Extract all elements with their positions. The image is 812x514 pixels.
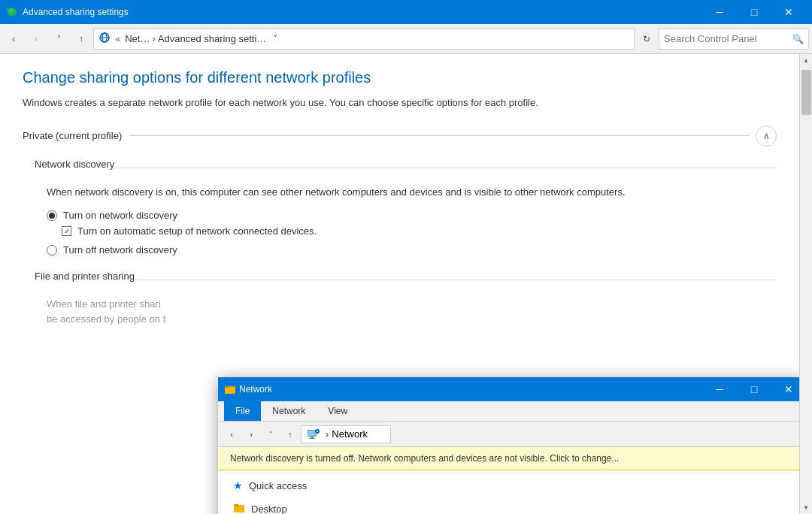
quick-access-label: Quick access bbox=[249, 480, 307, 491]
private-section-toggle[interactable]: ∧ bbox=[756, 125, 777, 147]
network-discovery-header: Network discovery bbox=[23, 159, 777, 177]
scroll-down-button[interactable]: ▼ bbox=[800, 501, 813, 514]
explorer-network-label: Network bbox=[332, 428, 368, 440]
explorer-window: Network ─ □ ✕ File Network Vie bbox=[218, 377, 799, 514]
restore-button[interactable]: □ bbox=[737, 0, 771, 24]
radio-off-label: Turn off network discovery bbox=[63, 244, 177, 255]
file-printer-divider bbox=[135, 280, 777, 280]
window-title: Advanced sharing settings bbox=[23, 7, 702, 17]
breadcrumb-network-icon bbox=[98, 32, 111, 46]
quick-access-icon: ★ bbox=[233, 479, 243, 491]
notification-text: Network discovery is turned off. Network… bbox=[230, 453, 619, 464]
private-section-title: Private (current profile) bbox=[23, 130, 129, 141]
ribbon-tabs: File Network View bbox=[218, 401, 799, 421]
explorer-title: Network bbox=[239, 384, 702, 395]
page-description: Windows creates a separate network profi… bbox=[23, 95, 777, 110]
file-printer-description: When file and printer shari be accessed … bbox=[47, 297, 777, 326]
explorer-breadcrumb[interactable]: › Network bbox=[301, 425, 391, 443]
explorer-forward-button[interactable]: › bbox=[242, 425, 260, 443]
radio-turn-on[interactable]: Turn on network discovery bbox=[47, 210, 777, 221]
minimize-button[interactable]: ─ bbox=[702, 0, 737, 24]
breadcrumb-dropdown-button[interactable]: ˅ bbox=[268, 29, 283, 49]
search-box[interactable]: 🔍 bbox=[659, 29, 809, 50]
private-section-header: Private (current profile) ∧ bbox=[23, 125, 777, 147]
file-printer-title: File and printer sharing bbox=[23, 271, 135, 282]
checkbox-auto-indicator bbox=[62, 226, 71, 236]
svg-rect-13 bbox=[234, 505, 244, 512]
radio-off-indicator bbox=[47, 245, 57, 255]
search-icon: 🔍 bbox=[792, 34, 804, 44]
file-printer-header: File and printer sharing bbox=[23, 271, 777, 289]
explorer-controls: ─ □ ✕ bbox=[702, 377, 799, 401]
explorer-recent-button[interactable]: ˅ bbox=[262, 425, 280, 443]
file-printer-section: File and printer sharing When file and p… bbox=[23, 271, 777, 326]
refresh-button[interactable]: ↻ bbox=[636, 29, 657, 50]
address-bar: ‹ › ˅ ↑ « Net… › Advanced sharing setti…… bbox=[0, 24, 812, 54]
checkbox-auto-setup[interactable]: Turn on automatic setup of network conne… bbox=[62, 225, 777, 237]
window-controls: ─ □ ✕ bbox=[702, 0, 806, 24]
explorer-notification-bar[interactable]: Network discovery is turned off. Network… bbox=[218, 447, 799, 470]
sub-section-divider bbox=[114, 168, 777, 168]
desktop-item[interactable]: Desktop bbox=[233, 502, 307, 514]
explorer-titlebar-icon bbox=[224, 383, 236, 396]
network-discovery-title: Network discovery bbox=[23, 159, 114, 170]
recent-locations-button[interactable]: ˅ bbox=[48, 29, 69, 50]
radio-on-indicator bbox=[47, 210, 57, 221]
scroll-up-button[interactable]: ▲ bbox=[800, 54, 813, 67]
scrollbar[interactable]: ▲ ▼ bbox=[799, 54, 812, 514]
main-content: Change sharing options for different net… bbox=[0, 54, 812, 514]
explorer-minimize-button[interactable]: ─ bbox=[702, 377, 737, 401]
svg-rect-10 bbox=[311, 437, 314, 438]
section-divider bbox=[129, 135, 750, 136]
breadcrumb-double-chevron: « bbox=[115, 33, 120, 44]
explorer-close-button[interactable]: ✕ bbox=[771, 377, 799, 401]
content-area: Change sharing options for different net… bbox=[0, 54, 799, 514]
page-title: Change sharing options for different net… bbox=[23, 69, 777, 86]
svg-rect-7 bbox=[225, 388, 235, 394]
explorer-titlebar: Network ─ □ ✕ bbox=[218, 377, 799, 401]
svg-rect-9 bbox=[308, 431, 316, 436]
breadcrumb-part2: Advanced sharing setti… bbox=[158, 33, 267, 44]
desktop-icon bbox=[233, 502, 245, 514]
breadcrumb-part1: Net… bbox=[125, 33, 150, 44]
forward-button[interactable]: › bbox=[26, 29, 47, 50]
radio-turn-off[interactable]: Turn off network discovery bbox=[47, 244, 777, 255]
quick-access-item[interactable]: ★ Quick access bbox=[233, 479, 307, 491]
back-button[interactable]: ‹ bbox=[3, 29, 24, 50]
explorer-up-button[interactable]: ↑ bbox=[281, 425, 299, 443]
scroll-thumb[interactable] bbox=[801, 70, 811, 115]
explorer-address-bar: ‹ › ˅ ↑ › bbox=[218, 422, 799, 447]
explorer-network-icon bbox=[308, 428, 320, 440]
search-input[interactable] bbox=[664, 33, 792, 44]
radio-on-label: Turn on network discovery bbox=[63, 210, 177, 221]
tab-network[interactable]: Network bbox=[261, 401, 317, 421]
desktop-label: Desktop bbox=[251, 503, 287, 514]
explorer-content: ★ Quick access Desktop bbox=[218, 470, 799, 514]
explorer-restore-button[interactable]: □ bbox=[737, 377, 771, 401]
explorer-ribbon: File Network View bbox=[218, 401, 799, 422]
explorer-address-label: › bbox=[326, 428, 329, 440]
breadcrumb-bar[interactable]: « Net… › Advanced sharing setti… ˅ bbox=[93, 29, 635, 50]
app-icon bbox=[6, 6, 18, 18]
tab-file[interactable]: File bbox=[224, 401, 261, 421]
breadcrumb-separator1: › bbox=[152, 33, 155, 44]
close-button[interactable]: ✕ bbox=[771, 0, 806, 24]
up-button[interactable]: ↑ bbox=[71, 29, 92, 50]
network-discovery-description: When network discovery is on, this compu… bbox=[47, 185, 777, 200]
checkbox-auto-label: Turn on automatic setup of network conne… bbox=[77, 225, 317, 237]
svg-point-2 bbox=[7, 8, 11, 12]
scroll-track[interactable] bbox=[800, 67, 812, 501]
explorer-back-button[interactable]: ‹ bbox=[223, 425, 241, 443]
title-bar: Advanced sharing settings ─ □ ✕ bbox=[0, 0, 812, 24]
svg-rect-11 bbox=[309, 438, 315, 439]
tab-view[interactable]: View bbox=[317, 401, 359, 421]
